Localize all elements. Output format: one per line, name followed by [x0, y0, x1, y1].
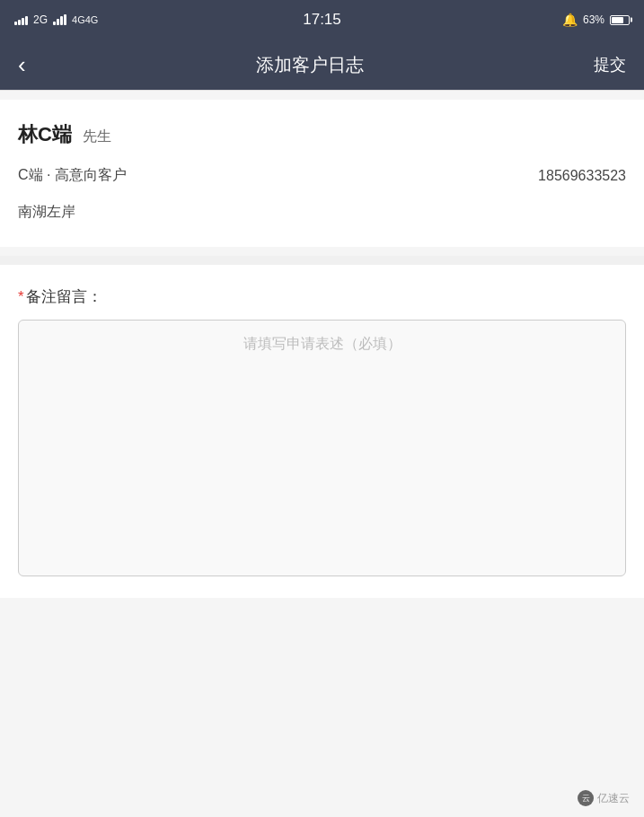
required-asterisk: *	[18, 288, 24, 305]
battery-icon	[610, 15, 630, 25]
customer-tag: C端 · 高意向客户	[18, 166, 127, 185]
customer-card: 林C端 先生 C端 · 高意向客户 18569633523 南湖左岸	[0, 100, 644, 247]
customer-info-row: C端 · 高意向客户 18569633523	[18, 166, 626, 185]
form-label-text: 备注留言：	[26, 288, 102, 305]
alarm-icon: 🔔	[562, 13, 578, 27]
status-bar: 2G 4G4G 17:15 🔔 63%	[0, 0, 644, 40]
customer-community: 南湖左岸	[18, 204, 75, 219]
nav-bar: ‹ 添加客户日志 提交	[0, 40, 644, 90]
customer-gender: 先生	[83, 127, 111, 146]
customer-name: 林C端	[18, 121, 72, 148]
status-right: 🔔 63%	[562, 13, 630, 27]
back-button[interactable]: ‹	[18, 53, 26, 76]
clock: 17:15	[303, 11, 341, 29]
form-label: *备注留言：	[18, 286, 626, 307]
signal-icon	[14, 14, 28, 25]
status-left: 2G 4G4G	[14, 13, 98, 26]
section-separator	[0, 256, 644, 265]
battery-percent: 63%	[583, 13, 604, 26]
textarea-wrapper	[18, 320, 626, 576]
footer-watermark: 云 亿速云	[578, 790, 630, 806]
submit-button[interactable]: 提交	[594, 54, 626, 75]
network-2g: 2G	[33, 13, 48, 26]
customer-phone: 18569633523	[538, 168, 626, 184]
note-textarea[interactable]	[19, 321, 625, 572]
watermark-icon: 云	[578, 790, 594, 806]
nav-divider	[0, 90, 644, 91]
form-section: *备注留言：	[0, 265, 644, 598]
watermark-text: 亿速云	[597, 791, 630, 806]
signal-4g-icon	[53, 14, 66, 25]
page-title: 添加客户日志	[256, 53, 364, 77]
customer-community-row: 南湖左岸	[18, 203, 626, 222]
customer-name-row: 林C端 先生	[18, 121, 626, 148]
network-4g: 4G4G	[72, 14, 98, 25]
